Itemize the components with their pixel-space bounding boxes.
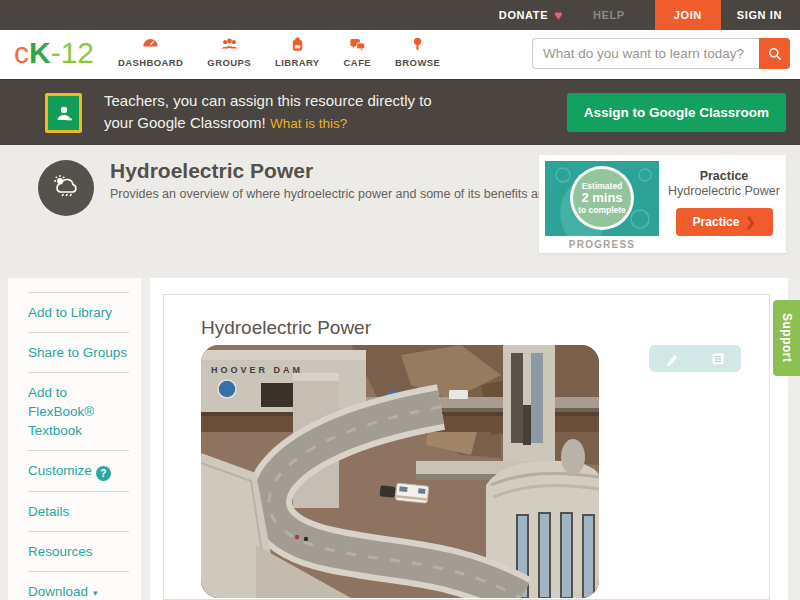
nav-item-cafe[interactable]: CAFE [344, 35, 371, 68]
sidebar-item-add-to-library[interactable]: Add to Library [28, 292, 129, 332]
progress-label: PROGRESS [545, 239, 659, 250]
search-bar [532, 38, 790, 69]
notes-button[interactable] [703, 348, 733, 370]
sidebar-item-share-to-groups[interactable]: Share to Groups [28, 332, 129, 372]
logo-part-k: K [29, 36, 51, 69]
nav-label: BROWSE [395, 57, 440, 68]
page: DONATE ♥ HELP JOIN SIGN IN cK-12 DASHBOA… [0, 0, 800, 600]
google-classroom-icon [45, 93, 82, 133]
help-link[interactable]: HELP [593, 9, 625, 21]
weather-subject-icon [38, 160, 94, 216]
content-heading: Hydroelectric Power [201, 317, 371, 339]
sidebar-item-add-to-flexbook[interactable]: Add to FlexBook® Textbook [28, 372, 129, 450]
classroom-banner: Teachers, you can assign this resource d… [0, 80, 800, 145]
reading-card: Hydroelectric Power [163, 294, 770, 600]
nav-label: LIBRARY [275, 57, 320, 68]
resource-description: Provides an overview of where hydroelect… [110, 187, 588, 201]
ck12-logo[interactable]: cK-12 [14, 36, 94, 70]
gauge-icon [141, 35, 160, 54]
donate-label: DONATE [499, 9, 548, 21]
sidebar: Add to Library Share to Groups Add to Fl… [8, 278, 141, 600]
primary-nav: DASHBOARD GROUPS LIBRARY CAFE BROWSE [118, 35, 464, 68]
logo-part-12: -12 [51, 36, 94, 69]
search-button[interactable] [759, 38, 790, 69]
highlighter-button[interactable] [657, 348, 687, 370]
annotation-toolbar [649, 345, 741, 372]
nav-label: GROUPS [207, 57, 251, 68]
nav-item-groups[interactable]: GROUPS [207, 35, 251, 68]
sidebar-item-customize[interactable]: Customize? [28, 450, 129, 491]
people-icon [220, 35, 239, 54]
heart-icon: ♥ [554, 7, 563, 23]
resource-header: Hydroelectric Power Provides an overview… [0, 145, 800, 278]
sign-in-button[interactable]: SIGN IN [737, 9, 782, 21]
chat-bubbles-icon [348, 35, 367, 54]
donate-link[interactable]: DONATE ♥ [499, 7, 563, 23]
banner-line1: Teachers, you can assign this resource d… [104, 90, 432, 112]
lightbulb-icon [408, 35, 427, 54]
sidebar-item-details[interactable]: Details [28, 491, 129, 531]
chevron-right-icon: ❯ [745, 215, 755, 229]
sidebar-item-download[interactable]: Download▾ [28, 571, 129, 600]
what-is-this-link[interactable]: What is this? [270, 116, 347, 131]
nav-label: DASHBOARD [118, 57, 183, 68]
backpack-icon [288, 35, 307, 54]
nav-item-library[interactable]: LIBRARY [275, 35, 320, 68]
banner-text: Teachers, you can assign this resource d… [104, 90, 432, 135]
dam-sign-text: HOOVER DAM [211, 365, 303, 375]
hoover-dam-photo: HOOVER DAM [201, 345, 599, 598]
banner-line2: your Google Classroom! What is this? [104, 112, 432, 135]
practice-panel: Practice Hydroelectric Power Practice❯ [665, 155, 783, 253]
nav-label: CAFE [344, 57, 371, 68]
estimated-time-badge: Estimated 2 mins to complete [570, 166, 634, 230]
caret-down-icon: ▾ [93, 588, 98, 598]
nav-item-dashboard[interactable]: DASHBOARD [118, 35, 183, 68]
practice-title: Practice Hydroelectric Power [665, 169, 783, 199]
help-badge-icon[interactable]: ? [96, 466, 111, 481]
assign-to-classroom-button[interactable]: Assign to Google Classroom [567, 93, 786, 132]
top-bar: DONATE ♥ HELP JOIN SIGN IN [0, 0, 800, 30]
note-icon [710, 351, 726, 367]
practice-button[interactable]: Practice❯ [676, 208, 773, 236]
join-button[interactable]: JOIN [655, 0, 721, 30]
nav-item-browse[interactable]: BROWSE [395, 35, 440, 68]
resource-title: Hydroelectric Power [110, 159, 313, 183]
page-body: Add to Library Share to Groups Add to Fl… [0, 278, 800, 600]
main-content: Hydroelectric Power [150, 278, 788, 600]
nav-bar: cK-12 DASHBOARD GROUPS LIBRARY CAFE BROW… [0, 30, 800, 80]
support-label: Support [780, 313, 794, 363]
search-input[interactable] [532, 38, 759, 69]
search-icon [767, 46, 783, 62]
practice-widget: Estimated 2 mins to complete PROGRESS Pr… [539, 155, 786, 253]
practice-thumbnail[interactable]: Estimated 2 mins to complete [545, 161, 659, 236]
sidebar-item-resources[interactable]: Resources [28, 531, 129, 571]
pencil-icon [664, 351, 680, 367]
logo-part-c: c [14, 36, 29, 69]
support-tab[interactable]: Support [773, 300, 800, 376]
